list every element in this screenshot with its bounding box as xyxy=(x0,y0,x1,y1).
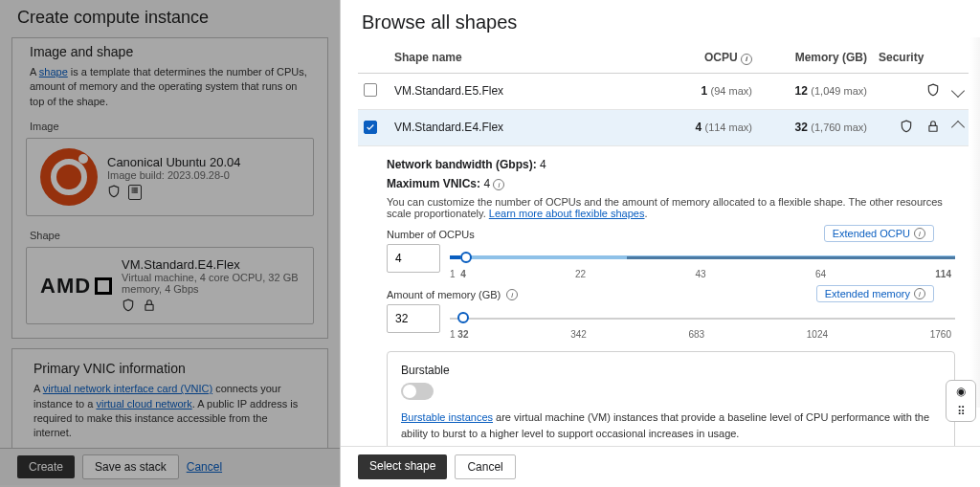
memory-slider[interactable] xyxy=(450,304,955,333)
lock-icon xyxy=(143,299,156,314)
chip-icon: ▦ xyxy=(128,185,142,200)
shape-detail-panel: Network bandwidth (Gbps): 4 Maximum VNIC… xyxy=(358,146,969,447)
browse-shapes-drawer: Browse all shapes Shape name OCPU i Memo… xyxy=(340,0,980,487)
drawer-title: Browse all shapes xyxy=(341,0,980,37)
slider-thumb[interactable] xyxy=(460,252,472,263)
col-memory: Memory (GB) xyxy=(758,43,873,73)
shape-name-cell: VM.Standard.E5.Flex xyxy=(389,73,653,109)
row-checkbox[interactable] xyxy=(364,83,377,97)
svg-rect-1 xyxy=(929,125,937,131)
grid-icon: ⠿ xyxy=(957,405,966,418)
backdrop-footer: Create Save as stack Cancel xyxy=(0,448,340,485)
shield-icon xyxy=(107,185,121,200)
lock-icon xyxy=(926,120,940,136)
ubuntu-logo-icon xyxy=(40,148,98,206)
cancel-button[interactable]: Cancel xyxy=(455,454,515,479)
vnic-link[interactable]: virtual network interface card (VNIC) xyxy=(43,383,212,394)
info-icon[interactable]: i xyxy=(914,288,925,299)
memory-input[interactable] xyxy=(387,304,440,333)
primary-vnic-heading: Primary VNIC information xyxy=(16,355,323,380)
svg-rect-0 xyxy=(145,305,153,311)
col-shape-name: Shape name xyxy=(389,43,653,73)
col-security: Security xyxy=(873,43,969,73)
info-icon[interactable]: i xyxy=(493,179,504,190)
shape-link[interactable]: shape xyxy=(39,66,68,77)
vcn-link[interactable]: virtual cloud network xyxy=(96,398,191,410)
info-icon[interactable]: i xyxy=(741,54,752,65)
shield-icon xyxy=(926,83,940,100)
shape-label: Shape xyxy=(12,220,327,243)
burstable-box: Burstable Burstable instances are virtua… xyxy=(387,351,955,446)
shape-description: A shape is a template that determines th… xyxy=(12,63,327,111)
burstable-toggle[interactable] xyxy=(401,383,434,400)
ocpu-slider[interactable] xyxy=(450,244,955,273)
slider-thumb[interactable] xyxy=(457,312,469,323)
create-instance-panel-dimmed: Create compute instance Image and shape … xyxy=(0,0,340,487)
shape-name: VM.Standard.E4.Flex xyxy=(122,257,300,272)
amd-logo-icon: AMD xyxy=(40,274,112,299)
row-checkbox[interactable] xyxy=(364,121,377,134)
image-card: Canonical Ubuntu 20.04 Image build: 2023… xyxy=(26,138,314,216)
table-row[interactable]: VM.Standard.E5.Flex 1 (94 max) 12 (1,049… xyxy=(358,73,969,109)
image-label: Image xyxy=(12,111,327,134)
ocpu-input[interactable] xyxy=(387,244,440,273)
table-row[interactable]: VM.Standard.E4.Flex 4 (114 max) 32 (1,76… xyxy=(358,109,969,145)
learn-more-link[interactable]: Learn more about flexible shapes xyxy=(489,208,645,219)
drawer-footer: Select shape Cancel xyxy=(341,446,980,487)
chevron-down-icon[interactable] xyxy=(951,84,965,98)
chevron-up-icon[interactable] xyxy=(951,121,965,134)
accessibility-widget[interactable]: ◉ ⠿ xyxy=(946,380,976,422)
burstable-label: Burstable xyxy=(401,364,941,377)
save-as-stack-button[interactable]: Save as stack xyxy=(82,454,179,479)
shield-icon xyxy=(122,299,135,314)
burstable-link[interactable]: Burstable instances xyxy=(401,411,493,423)
flex-shape-help: You can customize the number of OCPUs an… xyxy=(387,196,955,219)
shape-sub: Virtual machine, 4 core OCPU, 32 GB memo… xyxy=(122,272,300,295)
shield-icon xyxy=(900,120,913,136)
col-ocpu: OCPU i xyxy=(653,43,758,73)
shape-name-cell: VM.Standard.E4.Flex xyxy=(389,109,653,145)
extended-memory-pill: Extended memory i xyxy=(816,285,934,302)
extended-ocpu-pill: Extended OCPU i xyxy=(824,225,934,242)
image-name: Canonical Ubuntu 20.04 xyxy=(107,155,241,169)
shape-card: AMD VM.Standard.E4.Flex Virtual machine,… xyxy=(26,247,314,324)
vnic-text: A virtual network interface card (VNIC) … xyxy=(16,380,323,443)
create-compute-title: Create compute instance xyxy=(0,0,340,37)
burstable-description: Burstable instances are virtual machine … xyxy=(401,410,941,441)
info-icon[interactable]: i xyxy=(914,228,925,239)
select-shape-button[interactable]: Select shape xyxy=(358,454,447,479)
cancel-link[interactable]: Cancel xyxy=(187,460,222,474)
person-icon: ◉ xyxy=(956,385,966,398)
create-button[interactable]: Create xyxy=(17,455,75,478)
image-and-shape-heading: Image and shape xyxy=(12,38,327,63)
shapes-table: Shape name OCPU i Memory (GB) Security V… xyxy=(358,43,969,446)
info-icon[interactable]: i xyxy=(506,289,518,300)
image-build: Image build: 2023.09.28-0 xyxy=(107,169,241,181)
